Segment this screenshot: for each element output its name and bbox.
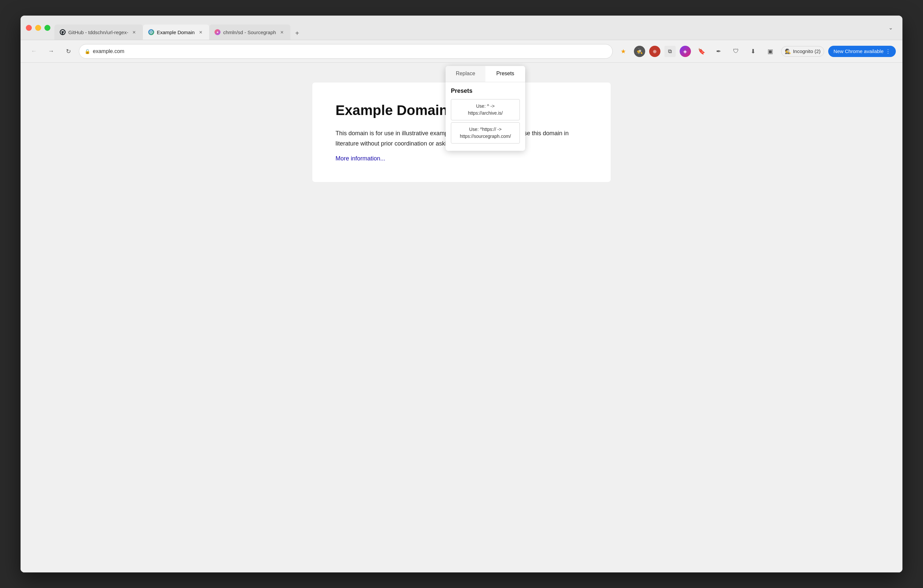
example-favicon [148, 29, 154, 35]
maximize-traffic-light[interactable] [44, 25, 50, 31]
popup-tabs: Replace Presets [445, 66, 525, 82]
preset-archive-line1: Use: ^ -> [476, 103, 494, 109]
incognito-icon: 🕵 [785, 48, 791, 54]
new-chrome-dots-icon: ⋮ [885, 48, 890, 54]
tab-example-title: Example Domain [157, 30, 195, 35]
address-text: example.com [93, 48, 607, 54]
new-tab-button[interactable]: + [291, 26, 304, 40]
tab-github-title: GitHub - tddschn/url-regex- [68, 30, 128, 35]
github-favicon [60, 29, 66, 35]
copy-extension-button[interactable]: ⧉ [664, 46, 676, 57]
bookmark-manager-icon: 🔖 [698, 48, 705, 55]
back-button[interactable]: ← [27, 45, 41, 58]
page-content: Example Domain This domain is for use in… [21, 62, 902, 572]
popup-body: Presets Use: ^ -> https://archive.is/ Us… [445, 82, 525, 151]
tab-github[interactable]: GitHub - tddschn/url-regex- ✕ [54, 25, 143, 40]
shield-icon: 🛡 [733, 48, 739, 55]
preset-sourcegraph-line2: https://sourcegraph.com/ [460, 133, 511, 139]
toolbar: ← → ↻ 🔒 example.com ★ 🕵 ⊕ ⧉ ◈ 🔖 [21, 40, 902, 62]
tab-example-close[interactable]: ✕ [197, 29, 204, 36]
pen-button[interactable]: ✒ [712, 45, 725, 58]
close-traffic-light[interactable] [26, 25, 32, 31]
incognito-badge[interactable]: 🕵 Incognito (2) [781, 46, 824, 57]
red-extension-icon: ⊕ [653, 49, 657, 54]
browser-window: GitHub - tddschn/url-regex- ✕ Example Do… [21, 16, 902, 572]
traffic-lights [26, 25, 50, 31]
popup-heading: Presets [451, 87, 520, 94]
tab-overflow-button[interactable]: ⌄ [884, 21, 897, 34]
purple-extension-button[interactable]: ◈ [680, 46, 691, 57]
preset-sourcegraph-line1: Use: ^https:// -> [469, 126, 502, 132]
spy-extension-icon: 🕵 [636, 48, 643, 54]
tabs-container: GitHub - tddschn/url-regex- ✕ Example Do… [54, 16, 880, 40]
popup-tab-presets[interactable]: Presets [485, 66, 525, 82]
reload-icon: ↻ [66, 48, 71, 55]
shield-button[interactable]: 🛡 [729, 45, 742, 58]
tab-sourcegraph-close[interactable]: ✕ [279, 29, 285, 36]
title-bar: GitHub - tddschn/url-regex- ✕ Example Do… [21, 16, 902, 40]
sidebar-button[interactable]: ▣ [764, 45, 777, 58]
tab-sourcegraph[interactable]: ✦ chmln/sd - Sourcegraph ✕ [209, 25, 291, 40]
preset-archive-button[interactable]: Use: ^ -> https://archive.is/ [451, 99, 520, 120]
popup-tab-replace[interactable]: Replace [445, 66, 485, 82]
reload-button[interactable]: ↻ [62, 45, 75, 58]
download-button[interactable]: ⬇ [747, 45, 760, 58]
page-inner: Example Domain This domain is for use in… [21, 62, 902, 572]
preset-archive-line2: https://archive.is/ [468, 110, 503, 116]
bookmark-button[interactable]: ★ [617, 45, 630, 58]
tab-example[interactable]: Example Domain ✕ [143, 25, 209, 40]
star-icon: ★ [621, 48, 626, 55]
preset-sourcegraph-button[interactable]: Use: ^https:// -> https://sourcegraph.co… [451, 122, 520, 143]
pen-icon: ✒ [716, 48, 721, 55]
lock-icon: 🔒 [85, 49, 90, 54]
tab-github-close[interactable]: ✕ [131, 29, 138, 36]
replace-presets-popup: Replace Presets Presets Use: ^ -> https:… [445, 66, 525, 151]
red-extension-button[interactable]: ⊕ [649, 46, 660, 57]
download-icon: ⬇ [751, 48, 755, 55]
incognito-label: Incognito (2) [793, 48, 821, 54]
spy-extension-button[interactable]: 🕵 [634, 46, 645, 57]
popup-overlay: Replace Presets Presets Use: ^ -> https:… [21, 62, 902, 572]
sourcegraph-favicon: ✦ [215, 29, 220, 35]
sidebar-icon: ▣ [767, 48, 773, 55]
new-chrome-label: New Chrome available [833, 48, 884, 54]
minimize-traffic-light[interactable] [35, 25, 41, 31]
forward-button[interactable]: → [44, 45, 57, 58]
new-chrome-button[interactable]: New Chrome available ⋮ [828, 46, 896, 57]
purple-extension-icon: ◈ [683, 49, 687, 54]
copy-extension-icon: ⧉ [668, 48, 672, 54]
tab-sourcegraph-title: chmln/sd - Sourcegraph [223, 30, 276, 35]
address-bar[interactable]: 🔒 example.com [79, 44, 613, 59]
bookmark-manager-button[interactable]: 🔖 [695, 45, 708, 58]
back-icon: ← [31, 48, 37, 55]
more-info-link[interactable]: More information... [335, 155, 385, 162]
forward-icon: → [48, 48, 54, 55]
